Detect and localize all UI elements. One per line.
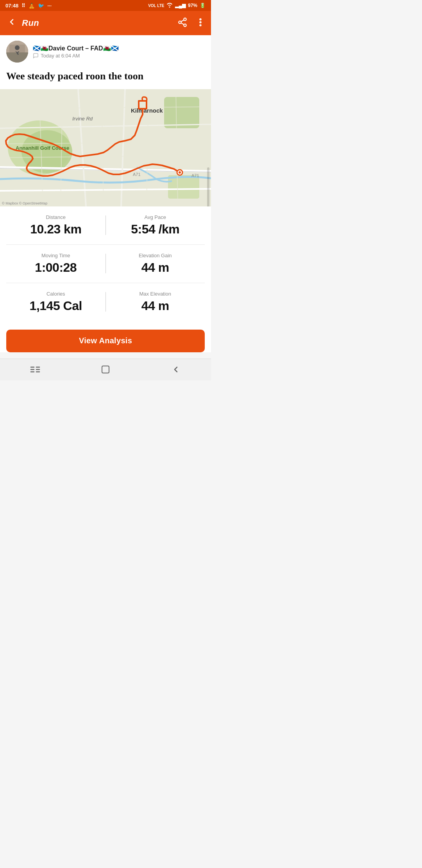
moving-time-value: 1:00:28 [6,260,106,275]
more-options-button[interactable] [196,17,205,29]
moving-time-stat: Moving Time 1:00:28 [6,251,106,276]
avg-pace-stat: Avg Pace 5:54 /km [106,213,205,238]
status-bar: 07:48 ⠿ 🧘 🐦 ··· VOL LTE ▂▄▆ 97% 🔋 [0,0,211,11]
share-button[interactable] [177,17,188,29]
stats-row-1: Distance 10.23 km Avg Pace 5:54 /km [6,206,205,245]
svg-rect-15 [164,97,199,128]
avatar [6,41,28,63]
avatar-image [6,41,28,63]
distance-stat: Distance 10.23 km [6,213,106,238]
top-bar: Run [0,11,211,35]
distance-value: 10.23 km [6,222,106,237]
more-dots-icon: ··· [47,3,52,9]
svg-point-5 [200,19,201,20]
activity-title: Wee steady paced roon the toon [0,67,211,89]
back-button[interactable] [7,17,16,29]
view-analysis-button[interactable]: View Analysis [6,330,205,352]
figure-icon: 🧘 [29,3,35,9]
elevation-gain-label: Elevation Gain [106,253,205,258]
svg-line-3 [181,23,184,25]
wifi-icon [166,2,173,9]
svg-point-37 [179,171,181,174]
route-map: A71 A71 Irvine Rd Kilmarnock Annanhill G… [0,89,211,206]
distance-label: Distance [6,214,106,220]
status-right: VOL LTE ▂▄▆ 97% 🔋 [148,2,206,9]
bottom-nav [0,359,211,380]
battery-icon: 🔋 [200,3,206,8]
svg-line-4 [181,20,184,22]
battery-display: 97% [188,3,197,8]
profile-row: 🏴󠁧󠁢󠁳󠁣󠁴󠁿🏴󠁧󠁢󠁷󠁬󠁳󠁿Davie Court – FAD🏴󠁧󠁢󠁷󠁬󠁳󠁿🏴󠁧… [0,35,211,67]
status-left: 07:48 ⠿ 🧘 🐦 ··· [5,3,52,9]
top-bar-actions [177,17,205,29]
twitter-icon: 🐦 [38,3,44,9]
svg-point-0 [184,18,186,21]
elevation-gain-value: 44 m [106,260,205,275]
profile-name: 🏴󠁧󠁢󠁳󠁣󠁴󠁿🏴󠁧󠁢󠁷󠁬󠁳󠁿Davie Court – FAD🏴󠁧󠁢󠁷󠁬󠁳󠁿🏴󠁧… [33,45,119,52]
svg-text:A71: A71 [133,172,141,177]
signal-bars-icon: ▂▄▆ [175,3,186,8]
avg-pace-value: 5:54 /km [106,222,205,237]
profile-time: Today at 6:04 AM [33,53,119,59]
avg-pace-label: Avg Pace [106,214,205,220]
max-elevation-value: 44 m [106,299,205,313]
calories-label: Calories [6,291,106,297]
stats-section: Distance 10.23 km Avg Pace 5:54 /km Movi… [0,206,211,325]
nav-menu-button[interactable] [23,362,47,377]
stats-row-3: Calories 1,145 Cal Max Elevation 44 m [6,283,205,321]
svg-point-1 [179,21,181,24]
main-content: 🏴󠁧󠁢󠁳󠁣󠁴󠁿🏴󠁧󠁢󠁷󠁬󠁳󠁿Davie Court – FAD🏴󠁧󠁢󠁷󠁬󠁳󠁿🏴󠁧… [0,35,211,352]
elevation-gain-stat: Elevation Gain 44 m [106,251,205,276]
stats-row-2: Moving Time 1:00:28 Elevation Gain 44 m [6,245,205,283]
svg-rect-45 [102,366,109,373]
nav-home-button[interactable] [94,362,117,377]
scroll-indicator [207,167,209,206]
max-elevation-stat: Max Elevation 44 m [106,289,205,315]
grid-icon: ⠿ [21,3,25,9]
profile-info: 🏴󠁧󠁢󠁳󠁣󠁴󠁿🏴󠁧󠁢󠁷󠁬󠁳󠁿Davie Court – FAD🏴󠁧󠁢󠁷󠁬󠁳󠁿🏴󠁧… [33,45,119,59]
clock-icon [33,53,39,59]
svg-text:A71: A71 [191,173,199,178]
nav-back-button[interactable] [164,362,188,377]
svg-text:© Mapbox © OpenStreetMap: © Mapbox © OpenStreetMap [2,201,47,205]
svg-rect-16 [168,175,199,199]
svg-text:Irvine Rd: Irvine Rd [72,116,93,122]
moving-time-label: Moving Time [6,253,106,258]
svg-point-2 [184,24,186,27]
svg-point-11 [15,45,20,50]
map-container[interactable]: A71 A71 Irvine Rd Kilmarnock Annanhill G… [0,89,211,206]
calories-value: 1,145 Cal [6,299,106,313]
max-elevation-label: Max Elevation [106,291,205,297]
time-display: 07:48 [5,3,18,9]
calories-stat: Calories 1,145 Cal [6,289,106,315]
svg-point-6 [200,22,201,23]
svg-point-7 [200,25,201,26]
volte-icon: VOL LTE [148,4,164,8]
page-title: Run [22,18,39,28]
